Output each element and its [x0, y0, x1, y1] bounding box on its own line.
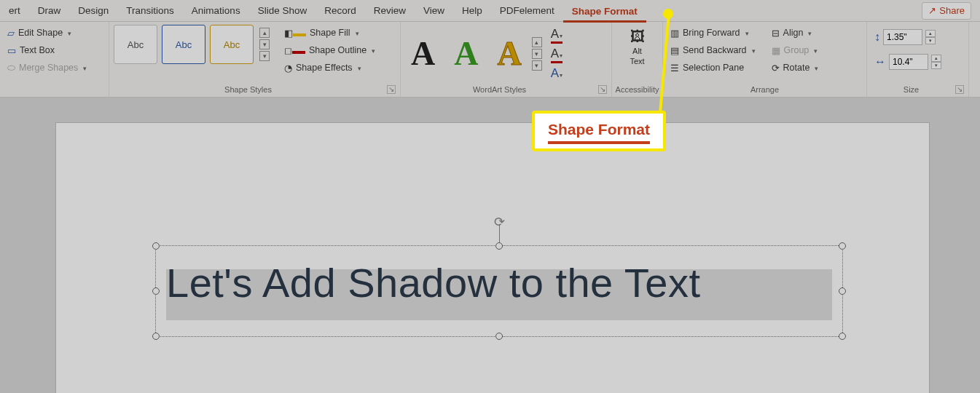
handle-e[interactable]	[839, 287, 846, 295]
handle-nw[interactable]	[152, 242, 160, 250]
merge-shapes-button: ⬭Merge Shapes	[4, 60, 90, 76]
ribbon-tabs: ert Draw Design Transitions Animations S…	[0, 0, 980, 22]
group-label-wordart: WordArt Styles	[473, 85, 526, 94]
height-field[interactable]: ↕ ▴▾	[874, 28, 941, 47]
style-preset-3[interactable]: Abc	[210, 25, 254, 64]
textbox-text[interactable]: Let's Add Shadow to the Text	[166, 259, 701, 306]
group-label-shape-styles: Shape Styles	[224, 85, 272, 94]
style-gallery-more[interactable]: ▴▾▾	[259, 28, 271, 61]
callout-label: Shape Format	[548, 121, 650, 138]
align-button[interactable]: ⊟Align	[769, 25, 822, 41]
tab-transitions[interactable]: Transitions	[117, 0, 183, 22]
wordart-dialog[interactable]: ↘	[598, 85, 607, 94]
shape-fill-icon: ◧	[284, 28, 306, 39]
alt-text-button[interactable]: 🖼 Alt Text	[623, 25, 652, 68]
ribbon: ▱Edit Shape ▭Text Box ⬭Merge Shapes Abc …	[0, 22, 980, 98]
slide-canvas-area[interactable]: ⟳ Let's Add Shadow to the Text	[0, 98, 980, 393]
tab-pdfelement[interactable]: PDFelement	[491, 0, 563, 22]
selection-pane-button[interactable]: ☰Selection Pane	[667, 60, 758, 76]
share-label: Share	[939, 5, 965, 16]
callout-underline	[548, 141, 650, 144]
tab-shape-format[interactable]: Shape Format	[563, 1, 646, 23]
shape-outline-button[interactable]: ◻Shape Outline	[281, 42, 378, 58]
tab-help[interactable]: Help	[453, 0, 491, 22]
tab-animations[interactable]: Animations	[183, 0, 249, 22]
align-icon: ⊟	[772, 28, 780, 39]
shape-effects-button[interactable]: ◔Shape Effects	[281, 60, 378, 76]
handle-s[interactable]	[495, 333, 503, 340]
slide[interactable]: ⟳ Let's Add Shadow to the Text	[55, 122, 930, 393]
tab-record[interactable]: Record	[315, 0, 365, 22]
selection-pane-icon: ☰	[670, 63, 679, 74]
wordart-preset-3[interactable]: A	[497, 34, 521, 73]
height-input[interactable]	[883, 29, 922, 45]
shape-fill-button[interactable]: ◧Shape Fill	[281, 25, 378, 41]
tab-review[interactable]: Review	[365, 0, 415, 22]
shape-styles-dialog[interactable]: ↘	[387, 85, 396, 94]
wordart-gallery-more[interactable]: ▴▾▾	[532, 37, 544, 71]
group-button: ▦Group	[769, 42, 822, 58]
shape-outline-icon: ◻	[284, 45, 305, 56]
handle-ne[interactable]	[839, 242, 846, 250]
group-label-accessibility: Accessibility	[612, 85, 662, 97]
callout-shape-format: Shape Format	[532, 111, 666, 151]
style-preset-1[interactable]: Abc	[114, 25, 157, 64]
handle-se[interactable]	[839, 333, 846, 340]
text-fill-button[interactable]: A	[551, 27, 562, 44]
edit-shape-button[interactable]: ▱Edit Shape	[4, 25, 90, 41]
style-preset-2[interactable]: Abc	[162, 25, 205, 64]
group-icon: ▦	[772, 45, 780, 56]
width-field[interactable]: ↔ ▴▾	[874, 52, 941, 71]
group-label-arrange: Arrange	[663, 85, 866, 97]
height-spinner[interactable]: ▴▾	[925, 30, 936, 44]
text-effects-button[interactable]: A	[551, 66, 562, 81]
bring-forward-icon: ▥	[670, 28, 679, 39]
bring-forward-button[interactable]: ▥Bring Forward	[667, 25, 758, 41]
tab-design[interactable]: Design	[69, 0, 117, 22]
rotate-button[interactable]: ⟳Rotate	[769, 60, 822, 76]
tab-view[interactable]: View	[415, 0, 453, 22]
width-icon: ↔	[874, 55, 886, 68]
merge-shapes-icon: ⬭	[7, 63, 15, 74]
size-dialog[interactable]: ↘	[955, 85, 964, 94]
alt-text-icon: 🖼	[630, 28, 645, 45]
width-input[interactable]	[889, 54, 928, 70]
text-box-icon: ▭	[7, 45, 16, 56]
share-button[interactable]: ↗ Share	[922, 2, 971, 20]
send-backward-icon: ▤	[670, 45, 679, 56]
tab-slideshow[interactable]: Slide Show	[249, 0, 316, 22]
handle-sw[interactable]	[152, 333, 160, 340]
group-label-insert-shapes	[0, 85, 109, 97]
share-icon: ↗	[928, 5, 936, 16]
wordart-preset-2[interactable]: A	[454, 34, 478, 73]
handle-n[interactable]	[495, 242, 503, 250]
text-box-button[interactable]: ▭Text Box	[4, 42, 90, 58]
wordart-preset-1[interactable]: A	[411, 34, 435, 73]
rotate-icon: ⟳	[772, 63, 780, 74]
height-icon: ↕	[874, 31, 880, 44]
tab-draw[interactable]: Draw	[29, 0, 70, 22]
edit-shape-icon: ▱	[7, 28, 15, 39]
handle-w[interactable]	[152, 287, 160, 295]
width-spinner[interactable]: ▴▾	[931, 55, 941, 69]
send-backward-button[interactable]: ▤Send Backward	[667, 42, 758, 58]
tab-insert[interactable]: ert	[0, 0, 29, 22]
text-outline-button[interactable]: A	[551, 47, 562, 63]
group-label-size: Size	[903, 85, 919, 94]
shape-effects-icon: ◔	[284, 63, 292, 74]
selected-textbox[interactable]: ⟳ Let's Add Shadow to the Text	[155, 245, 843, 337]
callout-leader-dot	[663, 9, 673, 19]
